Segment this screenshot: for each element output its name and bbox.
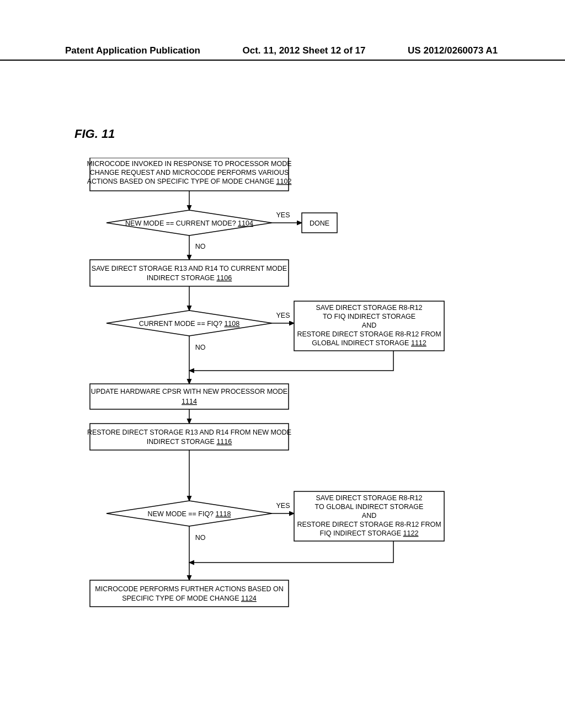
box-1124-ref: 1124	[241, 595, 257, 602]
box-1106-l2: INDIRECT STORAGE	[147, 274, 215, 282]
svg-text:FIQ INDIRECT STORAGE  1122: FIQ INDIRECT STORAGE 1122	[320, 529, 419, 537]
decision-1118-ref: 1118	[216, 510, 231, 518]
box-1112-l2: TO FIQ INDIRECT STORAGE	[323, 313, 415, 320]
box-1102-l2: CHANGE REQUEST AND MICROCODE PERFORMS VA…	[90, 169, 289, 176]
flowchart: MICROCODE INVOKED IN RESPONSE TO PROCESS…	[74, 158, 494, 643]
svg-text:SPECIFIC TYPE OF MODE CHANGE  : SPECIFIC TYPE OF MODE CHANGE 1124	[122, 595, 257, 602]
box-1114-l1: UPDATE HARDWARE CPSR WITH NEW PROCESSOR …	[91, 388, 287, 395]
header-right: US 2012/0260073 A1	[408, 45, 498, 56]
box-1102-l3: ACTIONS BASED ON SPECIFIC TYPE OF MODE C…	[87, 178, 274, 185]
label-no-1118: NO	[195, 534, 206, 542]
header-center: Oct. 11, 2012 Sheet 12 of 17	[243, 45, 366, 56]
header-rule	[0, 60, 565, 61]
figure-title: FIG. 11	[74, 127, 115, 141]
svg-text:GLOBAL INDIRECT STORAGE  1112: GLOBAL INDIRECT STORAGE 1112	[312, 339, 427, 347]
box-1122-l2: TO GLOBAL INDIRECT STORAGE	[315, 503, 424, 511]
box-1124	[90, 580, 289, 607]
box-1122-ref: 1122	[403, 529, 419, 537]
box-1124-l2: SPECIFIC TYPE OF MODE CHANGE	[122, 595, 239, 602]
label-yes-1104: YES	[276, 211, 290, 219]
svg-text:INDIRECT STORAGE  1116: INDIRECT STORAGE 1116	[147, 438, 232, 446]
box-1106-l1: SAVE DIRECT STORAGE R13 AND R14 TO CURRE…	[92, 265, 287, 272]
box-1116-l2: INDIRECT STORAGE	[147, 438, 215, 446]
svg-text:ACTIONS BASED ON SPECIFIC TYPE: ACTIONS BASED ON SPECIFIC TYPE OF MODE C…	[87, 178, 292, 185]
box-1124-l1: MICROCODE PERFORMS FURTHER ACTIONS BASED…	[95, 585, 283, 593]
decision-1108-text: CURRENT MODE == FIQ?	[139, 320, 222, 328]
label-no-1104: NO	[195, 243, 206, 250]
box-1116-ref: 1116	[216, 438, 232, 446]
page-header: Patent Application Publication Oct. 11, …	[65, 45, 498, 56]
decision-1118-text: NEW MODE == FIQ?	[148, 510, 214, 518]
svg-text:NEW MODE == CURRENT MODE?  110: NEW MODE == CURRENT MODE? 1104	[125, 220, 253, 227]
box-1102-ref: 1102	[276, 178, 292, 185]
box-1122-l4: RESTORE DIRECT STORAGE R8-R12 FROM	[297, 521, 441, 528]
svg-text:INDIRECT STORAGE  1106: INDIRECT STORAGE 1106	[147, 274, 232, 282]
box-1112-l1: SAVE DIRECT STORAGE R8-R12	[316, 304, 422, 312]
box-1112-l3: AND	[362, 322, 376, 329]
box-1116-l1: RESTORE DIRECT STORAGE R13 AND R14 FROM …	[87, 429, 291, 436]
box-1106	[90, 260, 289, 286]
decision-1108-ref: 1108	[224, 320, 239, 328]
box-1122-l3: AND	[362, 512, 376, 520]
header-left: Patent Application Publication	[65, 45, 200, 56]
label-yes-1118: YES	[276, 502, 290, 510]
box-done-text: DONE	[310, 220, 329, 227]
label-yes-1108: YES	[276, 312, 290, 319]
box-1114-ref: 1114	[182, 398, 197, 405]
svg-text:NEW MODE == FIQ?  1118: NEW MODE == FIQ? 1118	[148, 510, 231, 518]
arrow-1112-merge	[189, 351, 393, 371]
label-no-1108: NO	[195, 344, 206, 351]
box-1112-ref: 1112	[411, 339, 427, 347]
box-1122-l5: FIQ INDIRECT STORAGE	[320, 529, 401, 537]
decision-1104-ref: 1104	[238, 220, 253, 227]
box-1112-l4: RESTORE DIRECT STORAGE R8-R12 FROM	[297, 330, 441, 338]
box-1116	[90, 424, 289, 450]
box-1102-l1: MICROCODE INVOKED IN RESPONSE TO PROCESS…	[87, 160, 291, 168]
decision-1104-text: NEW MODE == CURRENT MODE?	[125, 220, 236, 227]
box-1112-l5: GLOBAL INDIRECT STORAGE	[312, 339, 409, 347]
svg-text:CURRENT MODE == FIQ?  1108: CURRENT MODE == FIQ? 1108	[139, 320, 240, 328]
box-1122-l1: SAVE DIRECT STORAGE R8-R12	[316, 494, 422, 502]
arrow-1122-merge	[189, 541, 393, 563]
box-1106-ref: 1106	[216, 274, 232, 282]
